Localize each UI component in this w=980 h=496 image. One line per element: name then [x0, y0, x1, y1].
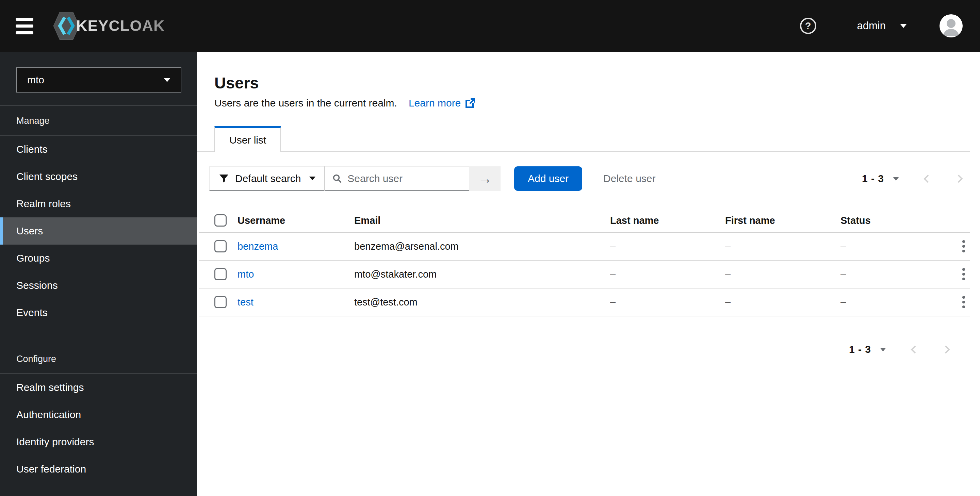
- status-cell: –: [840, 260, 943, 288]
- sidebar-item-realm-settings[interactable]: Realm settings: [0, 374, 197, 401]
- masthead-right: ? admin: [800, 14, 963, 37]
- column-header-first-name: First name: [725, 209, 840, 232]
- pagination-range: 1 - 3: [849, 343, 871, 355]
- nav-toggle-hamburger-icon[interactable]: [16, 18, 33, 34]
- sidebar-item-clients[interactable]: Clients: [0, 136, 197, 163]
- previous-page-chevron-icon[interactable]: [924, 175, 932, 183]
- chevron-down-icon: [164, 78, 170, 82]
- sidebar-item-realm-roles[interactable]: Realm roles: [0, 190, 197, 218]
- help-icon[interactable]: ?: [800, 18, 816, 34]
- page-title: Users: [215, 74, 970, 92]
- last-name-cell: –: [610, 232, 725, 260]
- pagination-range: 1 - 3: [862, 173, 884, 184]
- column-header-email: Email: [354, 209, 610, 232]
- table-row: benzema benzema@arsenal.com – – –: [199, 232, 970, 260]
- sidebar-item-sessions[interactable]: Sessions: [0, 272, 197, 299]
- nav-section-manage: Manage: [0, 106, 197, 135]
- select-row-checkbox[interactable]: [215, 240, 227, 253]
- select-row-checkbox[interactable]: [215, 268, 227, 280]
- table-row: test test@test.com – – –: [199, 288, 970, 316]
- email-cell: test@test.com: [354, 288, 610, 316]
- users-table: Username Email Last name First name Stat…: [199, 209, 970, 316]
- column-header-status: Status: [840, 209, 943, 232]
- masthead: KEYCLOAK ? admin: [0, 0, 980, 52]
- table-header-row: Username Email Last name First name Stat…: [199, 209, 970, 232]
- realm-selector-value: mto: [27, 74, 44, 86]
- next-page-chevron-icon[interactable]: [942, 345, 950, 353]
- search-icon: [332, 173, 342, 184]
- row-actions-kebab-icon[interactable]: [958, 293, 970, 312]
- username-link[interactable]: benzema: [237, 241, 278, 252]
- table-row: mto mto@stakater.com – – –: [199, 260, 970, 288]
- username-link[interactable]: test: [237, 297, 253, 308]
- tab-user-list[interactable]: User list: [215, 126, 281, 152]
- previous-page-chevron-icon[interactable]: [911, 345, 919, 353]
- select-all-checkbox[interactable]: [215, 214, 227, 227]
- person-icon: [940, 14, 963, 37]
- keycloak-logo: KEYCLOAK: [53, 11, 165, 40]
- avatar[interactable]: [940, 14, 963, 37]
- status-cell: –: [840, 232, 943, 260]
- row-actions-kebab-icon[interactable]: [958, 237, 970, 256]
- pagination-menu-caret-icon[interactable]: [880, 348, 886, 351]
- pagination-menu-caret-icon[interactable]: [893, 177, 899, 181]
- search-box: [325, 166, 469, 191]
- email-cell: benzema@arsenal.com: [354, 232, 610, 260]
- learn-more-link[interactable]: Learn more: [409, 97, 476, 110]
- realm-selector[interactable]: mto: [16, 67, 181, 92]
- sidebar: mto Manage Clients Client scopes Realm r…: [0, 52, 197, 496]
- first-name-cell: –: [725, 288, 840, 316]
- main-content: Users Users are the users in the current…: [197, 52, 980, 496]
- top-pagination: 1 - 3: [862, 173, 962, 184]
- toolbar: Default search → Add user Delete user 1 …: [209, 166, 970, 191]
- keycloak-hexagon-icon: [53, 11, 80, 40]
- learn-more-label: Learn more: [409, 97, 461, 110]
- chevron-down-icon: [900, 24, 907, 28]
- nav-list-configure: Realm settings Authentication Identity p…: [0, 374, 197, 483]
- filter-icon: [219, 173, 229, 184]
- sidebar-item-users[interactable]: Users: [0, 218, 197, 245]
- page-description: Users are the users in the current realm…: [215, 97, 397, 110]
- search-type-dropdown[interactable]: Default search: [209, 166, 324, 191]
- nav-section-configure: Configure: [0, 326, 197, 373]
- sidebar-item-authentication[interactable]: Authentication: [0, 401, 197, 428]
- search-type-label: Default search: [235, 173, 301, 184]
- username-link[interactable]: mto: [237, 269, 254, 280]
- sidebar-item-user-federation[interactable]: User federation: [0, 456, 197, 483]
- next-page-chevron-icon[interactable]: [955, 175, 963, 183]
- last-name-cell: –: [610, 260, 725, 288]
- sidebar-item-events[interactable]: Events: [0, 299, 197, 326]
- user-menu[interactable]: admin: [857, 20, 907, 32]
- sidebar-item-groups[interactable]: Groups: [0, 245, 197, 272]
- sidebar-item-identity-providers[interactable]: Identity providers: [0, 428, 197, 456]
- first-name-cell: –: [725, 260, 840, 288]
- column-header-username: Username: [237, 209, 354, 232]
- row-actions-kebab-icon[interactable]: [958, 265, 970, 284]
- delete-user-button[interactable]: Delete user: [603, 173, 655, 184]
- tab-strip: User list: [197, 126, 970, 152]
- user-menu-label: admin: [857, 20, 886, 32]
- sidebar-item-client-scopes[interactable]: Client scopes: [0, 163, 197, 190]
- status-cell: –: [840, 288, 943, 316]
- nav-list-manage: Clients Client scopes Realm roles Users …: [0, 136, 197, 326]
- search-submit-arrow-button[interactable]: →: [469, 166, 501, 191]
- first-name-cell: –: [725, 232, 840, 260]
- last-name-cell: –: [610, 288, 725, 316]
- column-header-last-name: Last name: [610, 209, 725, 232]
- external-link-icon: [465, 98, 476, 108]
- email-cell: mto@stakater.com: [354, 260, 610, 288]
- add-user-button[interactable]: Add user: [514, 166, 582, 191]
- search-input[interactable]: [347, 173, 462, 184]
- brand-text: KEYCLOAK: [76, 17, 165, 35]
- select-row-checkbox[interactable]: [215, 296, 227, 308]
- bottom-pagination: 1 - 3: [215, 343, 970, 355]
- chevron-down-icon: [309, 176, 315, 180]
